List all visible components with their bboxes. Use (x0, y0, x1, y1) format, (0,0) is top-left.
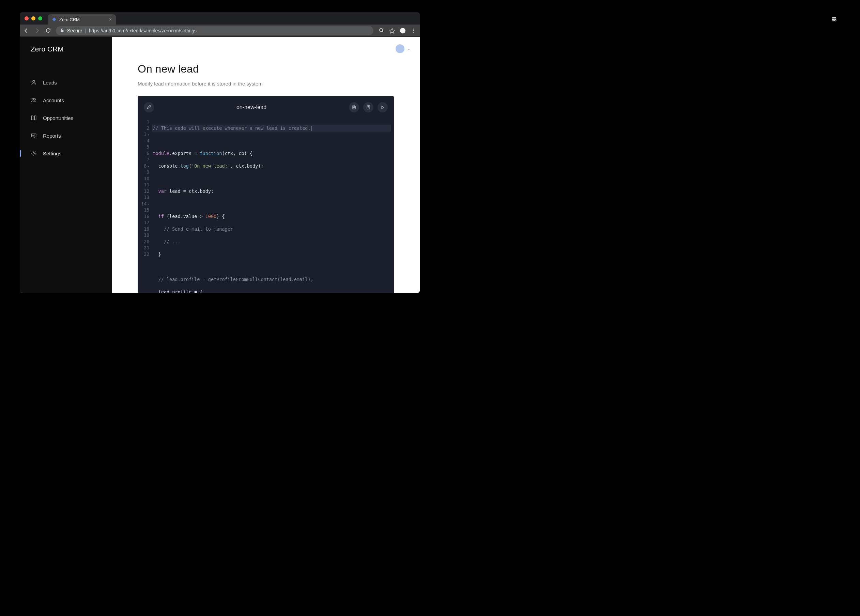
code-text: 1000 (206, 214, 217, 219)
svg-point-11 (413, 32, 414, 33)
gutter: 1 2 3▾ 4 5 6 7 8▾ 9 10 11 12 13 (138, 119, 153, 293)
code-text: // ... (153, 239, 180, 244)
code-text: , ctx.body); (230, 163, 264, 169)
code-text: ) { (217, 214, 224, 219)
code-text: function (200, 150, 222, 156)
window-close-button[interactable] (25, 16, 28, 20)
sidebar-item-reports[interactable]: Reports (20, 127, 112, 144)
sidebar-item-label: Leads (43, 80, 57, 86)
url-box[interactable]: Secure | https://auth0.com/extend/sample… (56, 26, 374, 35)
save-button[interactable] (349, 102, 359, 113)
sidebar-item-label: Accounts (43, 97, 64, 103)
svg-rect-20 (353, 106, 355, 107)
window-maximize-button[interactable] (38, 16, 42, 20)
code-text: if (153, 214, 164, 219)
editor-title: on-new-lead (158, 104, 345, 110)
svg-point-10 (413, 30, 414, 31)
sidebar-item-accounts[interactable]: Accounts (20, 91, 112, 109)
svg-rect-4 (61, 30, 64, 32)
svg-point-13 (32, 98, 33, 100)
url-text: https://auth0.com/extend/samples/zerocrm… (89, 28, 196, 33)
editor-header: on-new-lead (138, 96, 394, 119)
code-text: // This code will execute whenever a new… (153, 125, 311, 131)
browser-window: Zero CRM × Secure | https://auth0.com/ex… (20, 12, 420, 293)
sidebar-item-opportunities[interactable]: Opportunities (20, 109, 112, 127)
code-text: (lead.value > (164, 214, 206, 219)
app-name: Zero CRM (20, 37, 112, 59)
accounts-icon (31, 97, 37, 103)
content-area: Zero CRM Leads Accounts Opportunities (20, 37, 420, 293)
opportunities-icon (31, 115, 37, 121)
tab-favicon (52, 17, 56, 22)
svg-point-9 (413, 28, 414, 30)
code-text: console (153, 163, 177, 169)
code-text: // Send e-mail to manager (153, 226, 233, 232)
code-text: ( (189, 163, 191, 169)
secure-label: Secure (67, 28, 82, 33)
svg-rect-21 (353, 108, 355, 109)
sidebar: Zero CRM Leads Accounts Opportunities (20, 37, 112, 293)
page: On new lead Modify lead information befo… (112, 37, 420, 293)
page-subtitle: Modify lead information before it is sto… (138, 81, 394, 86)
leads-icon (31, 79, 37, 86)
reports-icon (31, 133, 37, 139)
svg-line-6 (382, 31, 383, 33)
zoom-icon[interactable] (378, 28, 384, 34)
svg-rect-16 (35, 116, 36, 120)
code-text: lead.profile = { (153, 289, 202, 293)
code-text: module (153, 150, 169, 156)
code-text: 'On new lead:' (191, 163, 230, 169)
star-icon[interactable] (389, 28, 395, 34)
tab-strip: Zero CRM × (20, 12, 420, 25)
run-button[interactable] (378, 102, 388, 113)
code-text: } (153, 251, 161, 257)
user-menu[interactable]: ⌄ (395, 44, 410, 53)
svg-rect-17 (33, 117, 35, 120)
svg-rect-15 (31, 116, 33, 120)
svg-marker-3 (52, 17, 56, 22)
svg-marker-8 (390, 28, 395, 33)
toolbar-right (378, 28, 416, 34)
code-editor: on-new-lead 1 (138, 96, 394, 293)
code-text: .exports = (169, 150, 200, 156)
back-button[interactable] (23, 28, 29, 34)
window-minimize-button[interactable] (31, 16, 35, 20)
tab-title: Zero CRM (59, 17, 80, 22)
address-bar: Secure | https://auth0.com/extend/sample… (20, 25, 420, 37)
browser-tab[interactable]: Zero CRM × (48, 14, 116, 25)
settings-button[interactable] (144, 102, 154, 113)
url-divider: | (85, 28, 86, 33)
code-text: (ctx, cb) { (222, 150, 253, 156)
svg-point-12 (33, 80, 35, 83)
sidebar-item-leads[interactable]: Leads (20, 74, 112, 91)
avatar (395, 44, 405, 53)
code-text: var (153, 188, 166, 194)
tab-close-icon[interactable]: × (109, 17, 112, 22)
window-controls (22, 12, 44, 25)
profile-icon[interactable] (400, 28, 405, 33)
code-text: // lead.profile = getProfileFromFullCont… (153, 277, 313, 282)
main: ⌄ On new lead Modify lead information be… (112, 37, 420, 293)
forward-button[interactable] (34, 28, 40, 34)
settings-icon (31, 150, 37, 157)
svg-point-14 (34, 99, 36, 100)
reload-button[interactable] (45, 28, 51, 34)
code-text: lead = ctx.body; (166, 188, 213, 194)
code-text: .log (177, 163, 189, 169)
sidebar-item-settings[interactable]: Settings (20, 144, 112, 162)
code-content[interactable]: // This code will execute whenever a new… (153, 119, 394, 293)
chevron-down-icon: ⌄ (407, 47, 410, 51)
svg-point-19 (33, 153, 35, 154)
page-title: On new lead (138, 63, 394, 75)
sidebar-item-label: Reports (43, 133, 61, 139)
sidebar-item-label: Settings (43, 150, 61, 157)
sidebar-item-label: Opportunities (43, 115, 73, 121)
lock-icon (60, 28, 64, 33)
editor-body[interactable]: 1 2 3▾ 4 5 6 7 8▾ 9 10 11 12 13 (138, 119, 394, 293)
menu-icon[interactable] (410, 28, 416, 34)
logs-button[interactable] (363, 102, 374, 113)
svg-marker-26 (381, 106, 384, 109)
